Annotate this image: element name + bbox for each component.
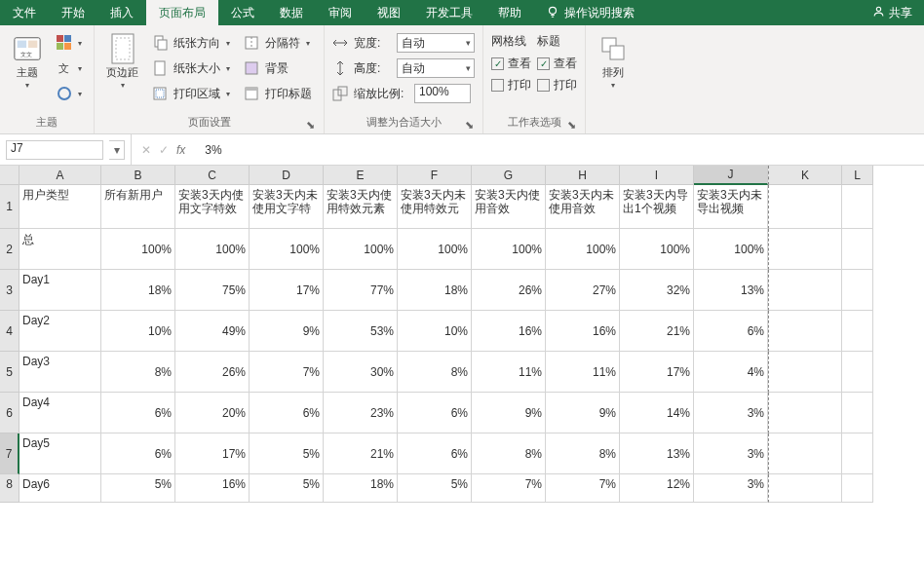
share-button[interactable]: 共享	[861, 0, 924, 25]
cell[interactable]: 20%	[175, 393, 250, 433]
row-header-4[interactable]: 4	[0, 311, 19, 352]
cell[interactable]	[842, 270, 873, 311]
cell[interactable]: 30%	[324, 352, 398, 393]
cell[interactable]: 7%	[472, 474, 546, 503]
tab-file[interactable]: 文件	[0, 0, 49, 25]
cell[interactable]: 8%	[546, 433, 620, 474]
dialog-launcher-icon[interactable]: ⬊	[463, 119, 475, 131]
cell[interactable]: 8%	[101, 352, 175, 393]
cell[interactable]: 用户类型	[19, 185, 101, 229]
cell[interactable]: 18%	[101, 270, 175, 311]
print-area-button[interactable]: 打印区域 ▾	[148, 82, 234, 105]
cell[interactable]: 13%	[620, 433, 694, 474]
col-header-B[interactable]: B	[101, 166, 175, 185]
cell[interactable]: 安装3天内使用音效	[472, 185, 546, 229]
cell[interactable]: 安装3天内使用特效元素	[324, 185, 398, 229]
cell[interactable]: 23%	[324, 393, 398, 433]
cell[interactable]	[842, 229, 873, 270]
cell[interactable]: 16%	[546, 311, 620, 352]
cell[interactable]: 32%	[620, 270, 694, 311]
headings-view-check[interactable]: ✓查看	[537, 53, 577, 74]
cell[interactable]: 77%	[324, 270, 398, 311]
width-combo[interactable]: 自动	[397, 33, 475, 53]
cell[interactable]: 5%	[101, 474, 175, 503]
cell[interactable]: 75%	[175, 270, 250, 311]
dialog-launcher-icon[interactable]: ⬊	[304, 119, 316, 131]
cell[interactable]: 100%	[620, 229, 694, 270]
tell-me-search[interactable]: 操作说明搜索	[534, 0, 646, 25]
cell[interactable]	[768, 474, 842, 503]
scale-input[interactable]: 100%	[414, 84, 471, 103]
select-all-corner[interactable]	[0, 166, 19, 185]
cell[interactable]: 8%	[472, 433, 546, 474]
cell[interactable]: 安装3天内未使用特效元	[398, 185, 472, 229]
formula-input[interactable]: 3%	[195, 134, 924, 165]
cell[interactable]: 安装3天内导出1个视频	[620, 185, 694, 229]
col-header-E[interactable]: E	[324, 166, 398, 185]
headings-print-check[interactable]: 打印	[537, 74, 577, 95]
cell[interactable]: Day1	[19, 270, 101, 311]
cell[interactable]	[842, 393, 873, 433]
cell[interactable]: 6%	[250, 393, 324, 433]
cell[interactable]	[842, 185, 873, 229]
effects-button[interactable]: ▾	[53, 82, 86, 105]
cell[interactable]: 3%	[694, 474, 768, 503]
cell[interactable]	[842, 311, 873, 352]
cell[interactable]: 11%	[546, 352, 620, 393]
cell[interactable]	[768, 352, 842, 393]
row-header-6[interactable]: 6	[0, 393, 19, 433]
cell[interactable]: 100%	[250, 229, 324, 270]
cell[interactable]: 21%	[324, 433, 398, 474]
worksheet-grid[interactable]: ABCDEFGHIJKL1用户类型所有新用户安装3天内使用文字特效安装3天内未使…	[0, 166, 924, 565]
cell[interactable]: Day3	[19, 352, 101, 393]
cell[interactable]: 5%	[250, 433, 324, 474]
cell[interactable]: 100%	[101, 229, 175, 270]
cell[interactable]: 14%	[620, 393, 694, 433]
cell[interactable]: 26%	[472, 270, 546, 311]
col-header-K[interactable]: K	[768, 166, 842, 185]
cell[interactable]: 16%	[175, 474, 250, 503]
cell[interactable]: 21%	[620, 311, 694, 352]
breaks-button[interactable]: 分隔符 ▾	[240, 31, 316, 55]
cell[interactable]: 10%	[101, 311, 175, 352]
row-header-5[interactable]: 5	[0, 352, 19, 393]
cell[interactable]: 100%	[175, 229, 250, 270]
cell[interactable]	[768, 229, 842, 270]
row-header-2[interactable]: 2	[0, 229, 19, 270]
cell[interactable]	[768, 185, 842, 229]
background-button[interactable]: 背景	[240, 56, 316, 80]
cell[interactable]	[842, 352, 873, 393]
fx-icon[interactable]: fx	[176, 143, 185, 157]
arrange-button[interactable]: 排列▾	[594, 29, 633, 94]
row-header-3[interactable]: 3	[0, 270, 19, 311]
tab-review[interactable]: 审阅	[316, 0, 365, 25]
col-header-D[interactable]: D	[250, 166, 324, 185]
gridlines-print-check[interactable]: 打印	[491, 74, 531, 95]
cell[interactable]: 所有新用户	[101, 185, 175, 229]
cell[interactable]: 9%	[546, 393, 620, 433]
cell[interactable]: 7%	[250, 352, 324, 393]
cell[interactable]	[842, 474, 873, 503]
cell[interactable]: 安装3天内未导出视频	[694, 185, 768, 229]
cell[interactable]: 7%	[546, 474, 620, 503]
orientation-button[interactable]: 纸张方向 ▾	[148, 31, 234, 55]
col-header-I[interactable]: I	[620, 166, 694, 185]
cell[interactable]: 6%	[398, 433, 472, 474]
height-combo[interactable]: 自动	[397, 58, 475, 78]
fonts-button[interactable]: 文▾	[53, 56, 86, 80]
cell[interactable]: Day4	[19, 393, 101, 433]
cell[interactable]: Day2	[19, 311, 101, 352]
cell[interactable]: 安装3天内未使用文字特	[250, 185, 324, 229]
tab-formulas[interactable]: 公式	[218, 0, 267, 25]
cell[interactable]: 49%	[175, 311, 250, 352]
cell[interactable]: 安装3天内使用文字特效	[175, 185, 250, 229]
cell[interactable]: 17%	[175, 433, 250, 474]
margins-button[interactable]: 页边距▾	[102, 29, 142, 94]
cell[interactable]: 53%	[324, 311, 398, 352]
cell[interactable]: 100%	[694, 229, 768, 270]
enter-icon[interactable]: ✓	[159, 143, 169, 157]
cell[interactable]: 9%	[472, 393, 546, 433]
cell[interactable]: 100%	[472, 229, 546, 270]
cell[interactable]: Day5	[19, 433, 101, 474]
cell[interactable]: 13%	[694, 270, 768, 311]
